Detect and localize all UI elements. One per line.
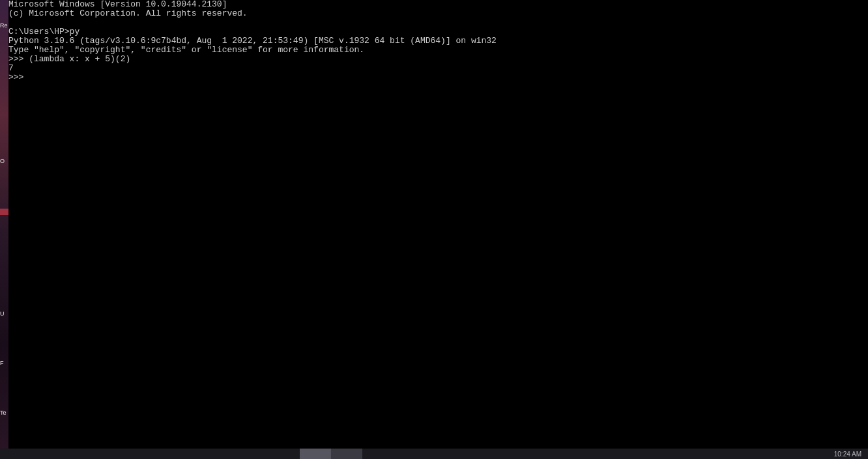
taskbar-app[interactable]	[394, 449, 425, 459]
taskbar-app[interactable]	[362, 449, 394, 459]
terminal-window[interactable]: Microsoft Windows [Version 10.0.19044.21…	[8, 0, 868, 449]
taskbar-apps	[300, 449, 456, 459]
terminal-line: (c) Microsoft Corporation. All rights re…	[8, 9, 868, 18]
taskbar-app-active[interactable]	[300, 449, 331, 459]
taskbar-system-tray[interactable]: 10:24 AM	[833, 451, 863, 458]
terminal-line: 7	[8, 64, 868, 73]
taskbar-clock[interactable]: 10:24 AM	[833, 451, 863, 458]
terminal-line: Python 3.10.6 (tags/v3.10.6:9c7b4bd, Aug…	[8, 37, 868, 46]
terminal-line: Type "help", "copyright", "credits" or "…	[8, 46, 868, 55]
terminal-line: >>> (lambda x: x + 5)(2)	[8, 55, 868, 64]
terminal-line: C:\Users\HP>py	[8, 27, 868, 37]
terminal-line: Microsoft Windows [Version 10.0.19044.21…	[8, 0, 868, 9]
terminal-line	[8, 18, 868, 27]
terminal-prompt[interactable]: >>>	[8, 73, 868, 82]
taskbar-app[interactable]	[331, 449, 362, 459]
taskbar-app[interactable]	[425, 449, 456, 459]
taskbar[interactable]: 10:24 AM	[0, 449, 868, 459]
